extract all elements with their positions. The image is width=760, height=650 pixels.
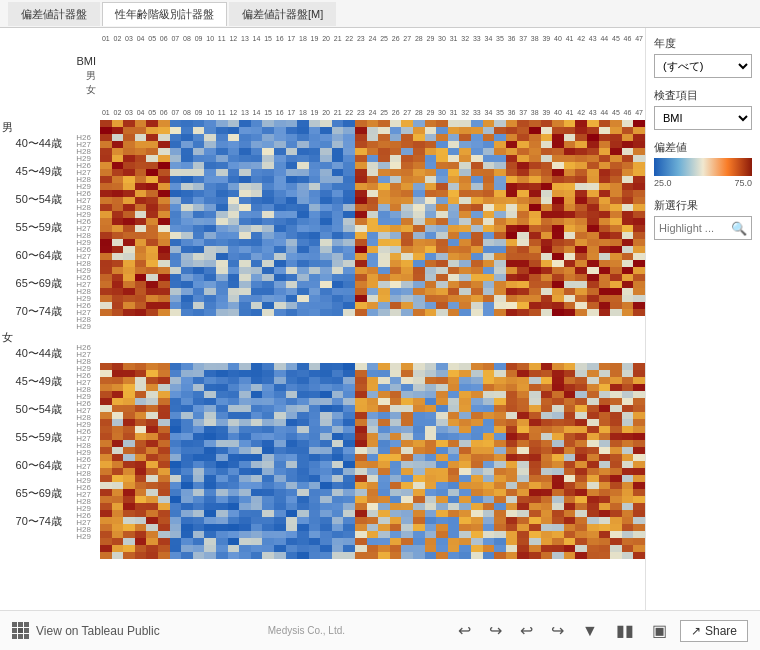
heatmap-cell[interactable] xyxy=(436,183,448,190)
heatmap-cell[interactable] xyxy=(204,545,216,552)
heatmap-cell[interactable] xyxy=(100,538,112,545)
heatmap-cell[interactable] xyxy=(146,510,158,517)
heatmap-cell[interactable] xyxy=(506,232,518,239)
heatmap-cell[interactable] xyxy=(610,531,622,538)
heatmap-cell[interactable] xyxy=(251,545,263,552)
heatmap-cell[interactable] xyxy=(367,141,379,148)
heatmap-cell[interactable] xyxy=(367,531,379,538)
heatmap-cell[interactable] xyxy=(262,204,274,211)
heatmap-cell[interactable] xyxy=(610,302,622,309)
heatmap-cell[interactable] xyxy=(541,482,553,489)
heatmap-cell[interactable] xyxy=(552,134,564,141)
heatmap-cell[interactable] xyxy=(367,120,379,127)
heatmap-cell[interactable] xyxy=(181,538,193,545)
heatmap-cell[interactable] xyxy=(239,148,251,155)
heatmap-cell[interactable] xyxy=(610,510,622,517)
heatmap-cell[interactable] xyxy=(459,211,471,218)
heatmap-cell[interactable] xyxy=(181,218,193,225)
heatmap-cell[interactable] xyxy=(425,405,437,412)
heatmap-cell[interactable] xyxy=(425,398,437,405)
heatmap-cell[interactable] xyxy=(529,440,541,447)
heatmap-cell[interactable] xyxy=(390,552,402,559)
heatmap-cell[interactable] xyxy=(506,267,518,274)
heatmap-cell[interactable] xyxy=(587,197,599,204)
heatmap-cell[interactable] xyxy=(332,120,344,127)
heatmap-cell[interactable] xyxy=(123,531,135,538)
heatmap-cell[interactable] xyxy=(413,517,425,524)
heatmap-cell[interactable] xyxy=(332,482,344,489)
heatmap-cell[interactable] xyxy=(204,246,216,253)
heatmap-cell[interactable] xyxy=(575,419,587,426)
heatmap-cell[interactable] xyxy=(181,531,193,538)
heatmap-cell[interactable] xyxy=(320,538,332,545)
heatmap-cell[interactable] xyxy=(367,552,379,559)
heatmap-cell[interactable] xyxy=(181,260,193,267)
heatmap-cell[interactable] xyxy=(320,169,332,176)
heatmap-cell[interactable] xyxy=(401,545,413,552)
heatmap-cell[interactable] xyxy=(135,295,147,302)
heatmap-cell[interactable] xyxy=(575,148,587,155)
heatmap-cell[interactable] xyxy=(274,197,286,204)
heatmap-cell[interactable] xyxy=(100,391,112,398)
heatmap-cell[interactable] xyxy=(100,127,112,134)
heatmap-cell[interactable] xyxy=(401,461,413,468)
heatmap-cell[interactable] xyxy=(413,211,425,218)
heatmap-cell[interactable] xyxy=(332,309,344,316)
heatmap-cell[interactable] xyxy=(112,218,124,225)
heatmap-cell[interactable] xyxy=(274,405,286,412)
heatmap-cell[interactable] xyxy=(343,489,355,496)
heatmap-cell[interactable] xyxy=(204,517,216,524)
heatmap-cell[interactable] xyxy=(622,405,634,412)
heatmap-cell[interactable] xyxy=(309,426,321,433)
heatmap-cell[interactable] xyxy=(158,148,170,155)
heatmap-cell[interactable] xyxy=(517,246,529,253)
heatmap-cell[interactable] xyxy=(436,239,448,246)
heatmap-cell[interactable] xyxy=(216,162,228,169)
heatmap-cell[interactable] xyxy=(459,405,471,412)
heatmap-cell[interactable] xyxy=(552,475,564,482)
heatmap-cell[interactable] xyxy=(529,267,541,274)
heatmap-cell[interactable] xyxy=(320,260,332,267)
heatmap-cell[interactable] xyxy=(193,363,205,370)
heatmap-cell[interactable] xyxy=(425,419,437,426)
heatmap-cell[interactable] xyxy=(552,232,564,239)
heatmap-cell[interactable] xyxy=(471,405,483,412)
heatmap-cell[interactable] xyxy=(506,218,518,225)
heatmap-cell[interactable] xyxy=(506,475,518,482)
heatmap-cell[interactable] xyxy=(448,468,460,475)
heatmap-cell[interactable] xyxy=(541,169,553,176)
heatmap-cell[interactable] xyxy=(170,169,182,176)
heatmap-cell[interactable] xyxy=(401,141,413,148)
heatmap-cell[interactable] xyxy=(262,454,274,461)
heatmap-cell[interactable] xyxy=(610,169,622,176)
heatmap-cell[interactable] xyxy=(471,391,483,398)
heatmap-cell[interactable] xyxy=(610,370,622,377)
heatmap-cell[interactable] xyxy=(599,267,611,274)
heatmap-cell[interactable] xyxy=(401,447,413,454)
heatmap-cell[interactable] xyxy=(599,190,611,197)
heatmap-cell[interactable] xyxy=(529,204,541,211)
heatmap-cell[interactable] xyxy=(506,302,518,309)
heatmap-cell[interactable] xyxy=(181,169,193,176)
heatmap-cell[interactable] xyxy=(459,127,471,134)
heatmap-cell[interactable] xyxy=(448,155,460,162)
heatmap-cell[interactable] xyxy=(251,246,263,253)
heatmap-cell[interactable] xyxy=(262,183,274,190)
heatmap-cell[interactable] xyxy=(575,370,587,377)
heatmap-cell[interactable] xyxy=(401,309,413,316)
heatmap-cell[interactable] xyxy=(262,141,274,148)
heatmap-cell[interactable] xyxy=(239,127,251,134)
heatmap-cell[interactable] xyxy=(343,412,355,419)
heatmap-cell[interactable] xyxy=(228,155,240,162)
heatmap-cell[interactable] xyxy=(564,510,576,517)
heatmap-cell[interactable] xyxy=(170,260,182,267)
heatmap-cell[interactable] xyxy=(112,531,124,538)
heatmap-cell[interactable] xyxy=(112,384,124,391)
heatmap-cell[interactable] xyxy=(483,524,495,531)
heatmap-cell[interactable] xyxy=(355,454,367,461)
heatmap-cell[interactable] xyxy=(193,433,205,440)
heatmap-cell[interactable] xyxy=(517,538,529,545)
heatmap-cell[interactable] xyxy=(100,461,112,468)
heatmap-cell[interactable] xyxy=(123,545,135,552)
heatmap-cell[interactable] xyxy=(239,260,251,267)
